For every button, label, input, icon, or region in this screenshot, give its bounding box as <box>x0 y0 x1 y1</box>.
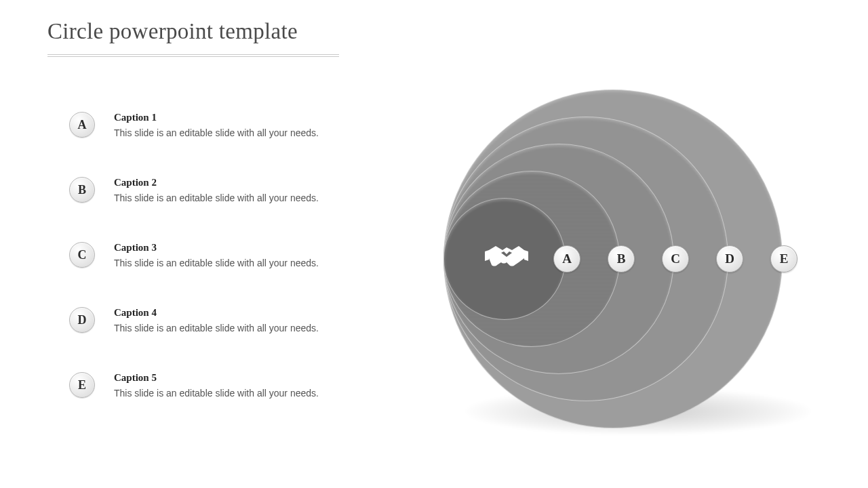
caption-text: Caption 2 This slide is an editable slid… <box>114 177 319 203</box>
caption-body: This slide is an editable slide with all… <box>114 127 319 138</box>
caption-body: This slide is an editable slide with all… <box>114 192 319 203</box>
caption-title: Caption 5 <box>114 372 319 384</box>
caption-text: Caption 4 This slide is an editable slid… <box>114 307 319 333</box>
letter-badge-c: C <box>69 242 95 268</box>
caption-body: This slide is an editable slide with all… <box>114 388 319 399</box>
caption-title: Caption 3 <box>114 242 319 253</box>
diagram-badge-c: C <box>662 245 689 272</box>
diagram-badge-e: E <box>770 245 797 272</box>
diagram-badge-a: A <box>553 245 580 272</box>
diagram-badge-d: D <box>716 245 743 272</box>
caption-list: A Caption 1 This slide is an editable sl… <box>69 92 368 418</box>
page-title: Circle powerpoint template <box>47 19 298 44</box>
slide: Circle powerpoint template A Caption 1 T… <box>0 0 868 488</box>
title-underline <box>47 54 339 57</box>
handshake-icon <box>483 240 530 274</box>
caption-title: Caption 4 <box>114 307 319 319</box>
letter-badge-b: B <box>69 177 95 203</box>
list-item: E Caption 5 This slide is an editable sl… <box>69 352 368 418</box>
list-item: A Caption 1 This slide is an editable sl… <box>69 92 368 157</box>
letter-badge-d: D <box>69 307 95 333</box>
caption-title: Caption 1 <box>114 112 319 123</box>
caption-body: This slide is an editable slide with all… <box>114 323 319 333</box>
caption-title: Caption 2 <box>114 177 319 188</box>
caption-text: Caption 1 This slide is an editable slid… <box>114 112 319 138</box>
list-item: C Caption 3 This slide is an editable sl… <box>69 222 368 287</box>
circle-diagram: A B C D E <box>431 81 811 434</box>
list-item: B Caption 2 This slide is an editable sl… <box>69 157 368 222</box>
caption-body: This slide is an editable slide with all… <box>114 258 319 268</box>
letter-badge-a: A <box>69 112 95 138</box>
list-item: D Caption 4 This slide is an editable sl… <box>69 287 368 352</box>
letter-badge-e: E <box>69 372 95 398</box>
diagram-badge-b: B <box>608 245 635 272</box>
caption-text: Caption 3 This slide is an editable slid… <box>114 242 319 268</box>
caption-text: Caption 5 This slide is an editable slid… <box>114 372 319 399</box>
